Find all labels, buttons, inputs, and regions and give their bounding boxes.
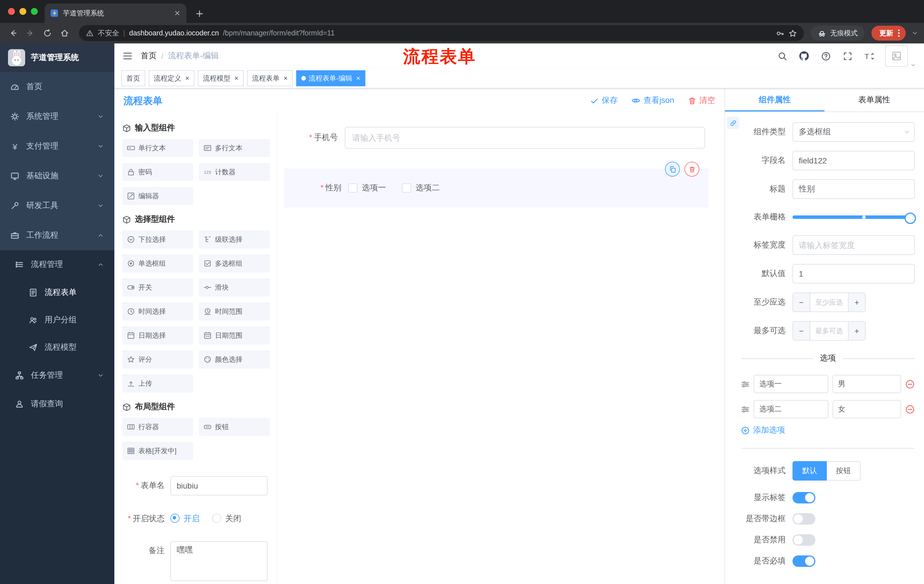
minimize-window-button[interactable] bbox=[20, 8, 26, 15]
close-icon[interactable]: × bbox=[185, 75, 189, 82]
label-width-input[interactable] bbox=[792, 235, 915, 255]
palette-item-multi-line[interactable]: 多行文本 bbox=[199, 139, 270, 157]
palette-item-select[interactable]: 下拉选择 bbox=[122, 230, 193, 248]
help-icon[interactable] bbox=[820, 50, 832, 62]
option-name-input[interactable] bbox=[754, 375, 828, 393]
drag-handle-icon[interactable] bbox=[741, 380, 750, 388]
field-phone[interactable]: 手机号 bbox=[284, 122, 708, 154]
radio-closed[interactable]: 关闭 bbox=[212, 509, 241, 527]
browser-menu-icon[interactable] bbox=[898, 29, 900, 37]
max-select-input[interactable] bbox=[810, 322, 848, 340]
style-button-button[interactable]: 按钮 bbox=[827, 461, 861, 480]
required-switch[interactable] bbox=[792, 555, 815, 567]
palette-item-slider[interactable]: 滑块 bbox=[199, 278, 270, 296]
title-input[interactable] bbox=[792, 179, 915, 199]
search-icon[interactable] bbox=[777, 50, 788, 62]
view-json-button[interactable]: 查看json bbox=[632, 95, 674, 106]
close-icon[interactable]: × bbox=[356, 75, 360, 82]
palette-item-rate[interactable]: 评分 bbox=[122, 350, 193, 368]
sidebar-item-leave-query[interactable]: 请假查询 bbox=[0, 390, 114, 418]
close-window-button[interactable] bbox=[8, 8, 15, 15]
forward-icon[interactable] bbox=[23, 26, 38, 41]
toolbar-chevron-icon[interactable] bbox=[911, 30, 918, 36]
palette-item-time-range[interactable]: 时间范围 bbox=[199, 302, 270, 321]
tag-process-model[interactable]: 流程模型 × bbox=[198, 70, 244, 86]
tag-process-form[interactable]: 流程表单 × bbox=[247, 70, 293, 86]
palette-item-date-range[interactable]: 日期范围 bbox=[199, 326, 270, 345]
github-icon[interactable] bbox=[798, 50, 810, 62]
sidebar-item-task-management[interactable]: 任务管理 bbox=[0, 361, 114, 390]
bookmark-star-icon[interactable] bbox=[789, 29, 797, 38]
breadcrumb-home[interactable]: 首页 bbox=[141, 51, 157, 61]
tab-close-icon[interactable] bbox=[174, 10, 181, 16]
increase-button[interactable]: + bbox=[848, 293, 865, 311]
sidebar-item-devtools[interactable]: 研发工具 bbox=[0, 191, 114, 220]
new-tab-button[interactable] bbox=[196, 10, 203, 18]
sidebar-item-infra[interactable]: 基础设施 bbox=[0, 161, 114, 191]
url-path[interactable]: /bpm/manager/form/edit?formId=11 bbox=[223, 29, 335, 37]
palette-item-table[interactable]: 表格[开发中] bbox=[122, 442, 193, 460]
palette-item-row-container[interactable]: 行容器 bbox=[122, 418, 193, 436]
font-size-icon[interactable]: T bbox=[863, 50, 875, 62]
reload-icon[interactable] bbox=[40, 26, 55, 41]
phone-input[interactable] bbox=[345, 127, 705, 148]
palette-item-cascader[interactable]: 级联选择 bbox=[199, 230, 270, 248]
home-icon[interactable] bbox=[57, 26, 72, 41]
copy-icon[interactable] bbox=[665, 162, 680, 176]
palette-item-radio-group[interactable]: 单选框组 bbox=[122, 254, 193, 273]
checkbox-option-1[interactable]: 选项一 bbox=[348, 183, 386, 193]
sidebar-item-process-management[interactable]: 流程管理 bbox=[0, 250, 114, 279]
fullscreen-icon[interactable] bbox=[842, 50, 853, 62]
sidebar-item-process-form[interactable]: 流程表单 bbox=[0, 279, 114, 306]
remove-option-icon[interactable] bbox=[905, 404, 915, 414]
option-value-input[interactable] bbox=[832, 375, 901, 393]
decrease-button[interactable]: − bbox=[793, 322, 810, 340]
disabled-switch[interactable] bbox=[792, 534, 815, 546]
url-host[interactable]: dashboard.yudao.iocoder.cn bbox=[129, 29, 219, 37]
palette-item-password[interactable]: 密码 bbox=[122, 163, 193, 181]
sidebar-item-user-group[interactable]: 用户分组 bbox=[0, 306, 114, 334]
sidebar-item-system[interactable]: 系统管理 bbox=[0, 102, 114, 132]
tab-component-props[interactable]: 组件属性 bbox=[725, 89, 825, 112]
add-option-button[interactable]: 添加选项 bbox=[741, 425, 915, 436]
save-button[interactable]: 保存 bbox=[591, 95, 618, 106]
key-icon[interactable] bbox=[776, 29, 784, 38]
min-select-input[interactable] bbox=[810, 293, 848, 311]
palette-item-checkbox-group[interactable]: 多选框组 bbox=[199, 254, 270, 273]
zoom-window-button[interactable] bbox=[31, 8, 38, 15]
palette-item-color-picker[interactable]: 颜色选择 bbox=[199, 350, 270, 368]
avatar-menu[interactable] bbox=[885, 45, 916, 67]
radio-open[interactable]: 开启 bbox=[170, 509, 200, 527]
tag-process-form-edit[interactable]: 流程表单-编辑 × bbox=[296, 70, 365, 86]
option-name-input[interactable] bbox=[754, 400, 828, 418]
palette-item-switch[interactable]: 开关 bbox=[122, 278, 193, 296]
palette-item-editor[interactable]: 编辑器 bbox=[122, 187, 193, 205]
hamburger-icon[interactable] bbox=[122, 51, 133, 61]
grid-slider[interactable] bbox=[792, 208, 915, 226]
back-icon[interactable] bbox=[6, 26, 21, 41]
palette-item-single-line[interactable]: 单行文本 bbox=[122, 139, 193, 157]
field-name-input[interactable] bbox=[792, 151, 915, 170]
increase-button[interactable]: + bbox=[848, 322, 865, 340]
palette-item-time-picker[interactable]: 时间选择 bbox=[122, 302, 193, 321]
clear-button[interactable]: 清空 bbox=[688, 95, 715, 106]
show-label-switch[interactable] bbox=[792, 492, 815, 503]
tag-process-definition[interactable]: 流程定义 × bbox=[148, 70, 195, 86]
sidebar-item-home[interactable]: 首页 bbox=[0, 72, 114, 102]
delete-icon[interactable] bbox=[685, 162, 699, 176]
close-icon[interactable]: × bbox=[284, 75, 288, 82]
palette-item-upload[interactable]: 上传 bbox=[122, 374, 193, 393]
decrease-button[interactable]: − bbox=[793, 293, 810, 311]
component-type-select[interactable]: 多选框组 bbox=[792, 122, 915, 142]
update-button[interactable]: 更新 bbox=[871, 26, 906, 41]
tab-form-props[interactable]: 表单属性 bbox=[825, 89, 924, 112]
browser-tab[interactable]: 芋道管理系统 bbox=[45, 3, 186, 23]
checkbox-option-2[interactable]: 选项二 bbox=[402, 183, 440, 193]
palette-item-date-picker[interactable]: 日期选择 bbox=[122, 326, 193, 345]
address-bar[interactable]: 不安全 | dashboard.yudao.iocoder.cn/bpm/man… bbox=[79, 25, 804, 41]
sidebar-item-payment[interactable]: ¥ 支付管理 bbox=[0, 132, 114, 161]
drag-handle-icon[interactable] bbox=[741, 405, 750, 413]
palette-item-counter[interactable]: 123 计数器 bbox=[199, 163, 270, 181]
close-icon[interactable]: × bbox=[234, 75, 238, 82]
palette-item-button[interactable]: 按钮 bbox=[199, 418, 270, 436]
